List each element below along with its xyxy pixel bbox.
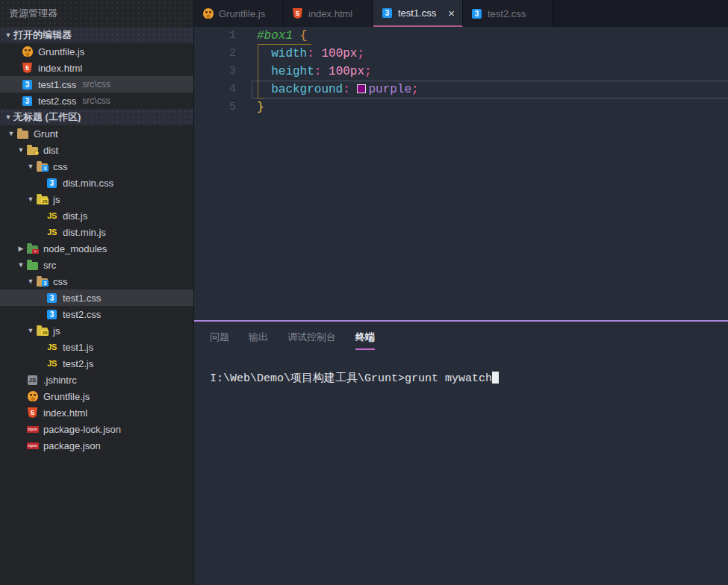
tree-item-dist[interactable]: ▼dist	[0, 142, 193, 158]
folder-css-icon: 3	[36, 160, 49, 172]
tab-index.html[interactable]: 5index.html	[284, 0, 373, 27]
panel-tab-3[interactable]: 终端	[355, 331, 375, 350]
npm-icon: npm	[26, 439, 39, 451]
tab-test1.css[interactable]: 3test1.css×	[373, 0, 463, 27]
tree-item-package-lock.json[interactable]: npmpackage-lock.json	[0, 421, 193, 437]
token: :	[343, 83, 350, 96]
panel-tab-0[interactable]: 问题	[210, 331, 229, 350]
token: ;	[411, 83, 419, 96]
open-editor-item[interactable]: 5index.html	[0, 60, 193, 76]
file-label: .jshintrc	[43, 375, 77, 386]
tree-item-css[interactable]: ▼3css	[0, 158, 193, 175]
file-label: dist.min.js	[63, 227, 106, 238]
folder-js-icon: JS	[36, 325, 49, 337]
open-editor-item[interactable]: 3test2.csssrc\css	[0, 93, 193, 109]
chevron-down-icon: ▼	[25, 163, 36, 170]
tree-item-test1.js[interactable]: JStest1.js	[0, 339, 193, 355]
open-editor-item[interactable]: Gruntfile.js	[0, 43, 193, 60]
close-icon[interactable]: ×	[448, 7, 455, 19]
explorer-sidebar: 资源管理器 ▼ 打开的编辑器 Gruntfile.js5index.html3t…	[0, 0, 194, 585]
tree-item-grunt[interactable]: ▼Grunt	[0, 125, 193, 142]
code-line: 4 background: purple;	[194, 81, 728, 98]
workspace-header[interactable]: ▼ 无标题 (工作区)	[0, 109, 193, 125]
file-label: index.html	[43, 407, 87, 419]
editor-group: Gruntfile.js5index.html3test1.css×3test2…	[194, 0, 728, 585]
file-label: Gruntfile.js	[43, 391, 90, 402]
token: :	[307, 47, 314, 60]
file-label: js	[53, 194, 60, 205]
token: purple	[368, 83, 411, 96]
file-label: node_modules	[43, 243, 107, 254]
file-path-description: src\css	[82, 79, 110, 90]
file-label: css	[53, 161, 68, 172]
tree-item-test2.css[interactable]: 3test2.css	[0, 306, 193, 322]
tree-item-js[interactable]: ▼JSjs	[0, 322, 193, 339]
token	[314, 47, 322, 60]
js-icon: JS	[46, 226, 58, 238]
css-icon: 3	[381, 7, 393, 19]
tab-label: Gruntfile.js	[219, 8, 276, 19]
css-icon: 3	[46, 308, 58, 320]
terminal[interactable]: I:\Web\Demo\项目构建工具\Grunt>grunt mywatch	[210, 371, 728, 385]
tree-item-.jshintrc[interactable]: JS.jshintrc	[0, 372, 193, 388]
token: #box1	[257, 29, 293, 43]
editor-tab-bar: Gruntfile.js5index.html3test1.css×3test2…	[194, 0, 728, 27]
html-icon: 5	[21, 62, 34, 74]
chevron-down-icon: ▼	[25, 327, 36, 334]
html-icon: 5	[291, 7, 304, 19]
tree-item-gruntfile.js[interactable]: Gruntfile.js	[0, 388, 193, 404]
grunt-icon	[26, 390, 39, 402]
chevron-down-icon: ▼	[25, 195, 36, 203]
html-icon: 5	[26, 407, 39, 419]
line-number: 1	[194, 27, 236, 45]
token: :	[314, 65, 322, 78]
tree-item-test1.css[interactable]: 3test1.css	[0, 290, 193, 306]
tree-item-node-modules[interactable]: ▶nnode_modules	[0, 240, 193, 257]
file-label: test1.js	[63, 342, 93, 353]
tree-item-index.html[interactable]: 5index.html	[0, 404, 193, 421]
tab-label: test2.css	[488, 8, 544, 19]
token	[257, 47, 271, 60]
tree-item-src[interactable]: ▼src	[0, 257, 193, 273]
code-text: width: 100px;	[257, 45, 364, 63]
terminal-prompt-line: I:\Web\Demo\项目构建工具\Grunt>grunt mywatch	[210, 372, 492, 385]
token: ;	[357, 47, 364, 60]
code-text: height: 100px;	[257, 63, 372, 81]
color-swatch[interactable]	[357, 84, 366, 93]
tab-gruntfile.js[interactable]: Gruntfile.js	[194, 0, 284, 27]
chevron-down-icon: ▼	[6, 130, 16, 137]
tree-item-css[interactable]: ▼3css	[0, 273, 193, 290]
code-text: background: purple;	[257, 81, 419, 98]
open-editor-item[interactable]: 3test1.csssrc\css	[0, 76, 193, 93]
file-label: dist.min.css	[63, 178, 113, 189]
line-number: 2	[194, 45, 236, 63]
open-editors-header[interactable]: ▼ 打开的编辑器	[0, 27, 193, 43]
line-number: 4	[194, 81, 236, 98]
open-editors-header-label: 打开的编辑器	[13, 28, 72, 42]
chevron-down-icon: ▼	[3, 113, 13, 121]
explorer-title: 资源管理器	[0, 0, 193, 27]
file-label: test2.js	[63, 358, 93, 369]
file-label: test1.css	[38, 79, 76, 90]
css-icon: 3	[46, 292, 58, 304]
bottom-panel: 问题输出调试控制台终端 I:\Web\Demo\项目构建工具\Grunt>gru…	[194, 320, 728, 585]
tree-item-package.json[interactable]: npmpackage.json	[0, 437, 193, 454]
tree-item-dist.js[interactable]: JSdist.js	[0, 207, 193, 224]
code-line: 5}	[194, 98, 728, 116]
code-text: }	[257, 98, 264, 116]
code-line: 3 height: 100px;	[194, 63, 728, 81]
file-label: dist	[43, 145, 58, 156]
line-number: 3	[194, 63, 236, 81]
tree-item-dist.min.js[interactable]: JSdist.min.js	[0, 224, 193, 240]
tree-item-test2.js[interactable]: JStest2.js	[0, 355, 193, 372]
token: {	[300, 29, 308, 43]
tree-item-js[interactable]: ▼JSjs	[0, 191, 193, 207]
panel-tab-2[interactable]: 调试控制台	[287, 331, 336, 350]
terminal-cursor	[492, 372, 499, 384]
panel-tab-1[interactable]: 输出	[249, 331, 268, 350]
panel-tab-bar: 问题输出调试控制台终端	[210, 331, 728, 350]
js-gray-icon: JS	[26, 374, 39, 386]
tab-test2.css[interactable]: 3test2.css	[463, 0, 553, 27]
editor-code-area[interactable]: 1#box1 {2 width: 100px;3 height: 100px;4…	[194, 27, 728, 320]
tree-item-dist.min.css[interactable]: 3dist.min.css	[0, 175, 193, 191]
